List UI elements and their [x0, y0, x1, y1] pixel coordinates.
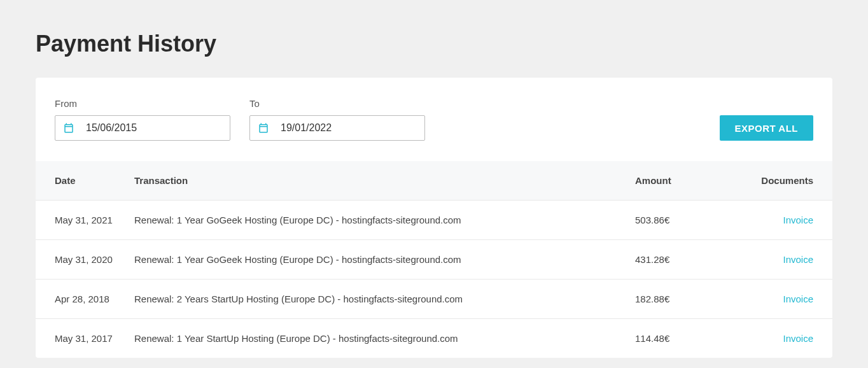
- cell-transaction: Renewal: 1 Year StartUp Hosting (Europe …: [134, 318, 635, 358]
- cell-documents: Invoice: [750, 239, 832, 279]
- cell-amount: 114.48€: [635, 318, 750, 358]
- from-date-input[interactable]: 15/06/2015: [55, 115, 230, 141]
- cell-transaction: Renewal: 2 Years StartUp Hosting (Europe…: [134, 279, 635, 318]
- cell-date: May 31, 2017: [36, 318, 134, 358]
- cell-documents: Invoice: [750, 200, 832, 239]
- invoice-link[interactable]: Invoice: [783, 254, 813, 265]
- export-all-button[interactable]: EXPORT ALL: [720, 115, 813, 141]
- cell-amount: 182.88€: [635, 279, 750, 318]
- from-date-value: 15/06/2015: [86, 122, 137, 134]
- cell-amount: 503.86€: [635, 200, 750, 239]
- invoice-link[interactable]: Invoice: [783, 333, 813, 344]
- cell-documents: Invoice: [750, 279, 832, 318]
- table-row: May 31, 2017Renewal: 1 Year StartUp Host…: [36, 318, 832, 358]
- header-documents: Documents: [750, 161, 832, 200]
- table-header-row: Date Transaction Amount Documents: [36, 161, 832, 200]
- cell-documents: Invoice: [750, 318, 832, 358]
- invoice-link[interactable]: Invoice: [783, 215, 813, 225]
- cell-date: Apr 28, 2018: [36, 279, 134, 318]
- table-row: May 31, 2020Renewal: 1 Year GoGeek Hosti…: [36, 239, 832, 279]
- cell-transaction: Renewal: 1 Year GoGeek Hosting (Europe D…: [134, 200, 635, 239]
- payments-table: Date Transaction Amount Documents May 31…: [36, 161, 832, 358]
- cell-amount: 431.28€: [635, 239, 750, 279]
- to-date-value: 19/01/2022: [281, 122, 332, 134]
- to-field-group: To 19/01/2022: [249, 98, 425, 141]
- calendar-icon: [63, 122, 74, 134]
- header-transaction: Transaction: [134, 161, 635, 200]
- header-date: Date: [36, 161, 134, 200]
- from-label: From: [55, 98, 230, 109]
- to-label: To: [249, 98, 425, 109]
- from-field-group: From 15/06/2015: [55, 98, 230, 141]
- page-title: Payment History: [36, 0, 832, 78]
- table-row: May 31, 2021Renewal: 1 Year GoGeek Hosti…: [36, 200, 832, 239]
- filter-bar: From 15/06/2015 To 19/01/2022: [36, 78, 832, 161]
- to-date-input[interactable]: 19/01/2022: [249, 115, 425, 141]
- invoice-link[interactable]: Invoice: [783, 294, 813, 304]
- cell-date: May 31, 2020: [36, 239, 134, 279]
- header-amount: Amount: [635, 161, 750, 200]
- calendar-icon: [258, 122, 269, 134]
- cell-transaction: Renewal: 1 Year GoGeek Hosting (Europe D…: [134, 239, 635, 279]
- cell-date: May 31, 2021: [36, 200, 134, 239]
- table-row: Apr 28, 2018Renewal: 2 Years StartUp Hos…: [36, 279, 832, 318]
- panel: From 15/06/2015 To 19/01/2022: [36, 78, 832, 358]
